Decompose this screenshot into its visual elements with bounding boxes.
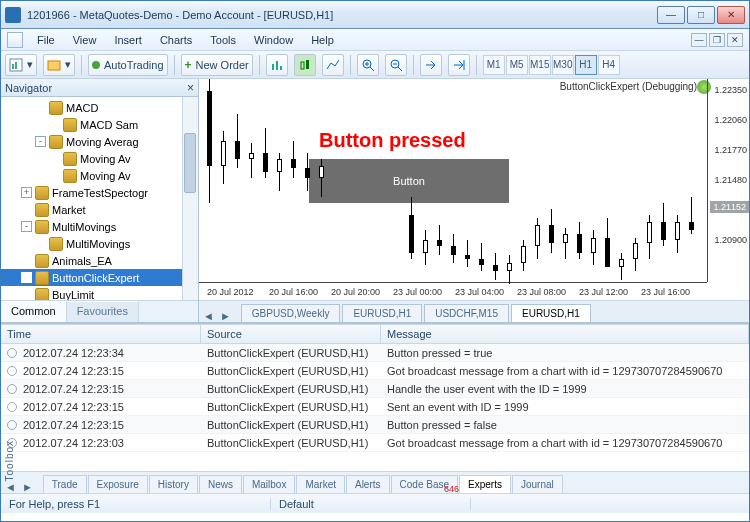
mdi-minimize-button[interactable]: —: [691, 33, 707, 47]
tree-item[interactable]: MultiMovings: [1, 235, 198, 252]
toolbar: ▾ ▾ AutoTrading New Order M1M5M15M30H1H4: [1, 51, 749, 79]
candle: [689, 79, 694, 265]
autotrading-button[interactable]: AutoTrading: [88, 54, 168, 76]
navigator-tab-favourites[interactable]: Favourites: [67, 301, 139, 322]
tree-item[interactable]: -Moving Averag: [1, 133, 198, 150]
toolbox-tab-journal[interactable]: Journal: [512, 475, 563, 493]
candle-chart-button[interactable]: [294, 54, 316, 76]
log-message: Sent an event with ID = 1999: [387, 401, 749, 413]
chart[interactable]: ButtonClickExpert (Debugging) 1.223501.2…: [199, 79, 749, 300]
chart-shift-button[interactable]: [448, 54, 470, 76]
tree-item-label: ButtonClickExpert: [52, 272, 139, 284]
auto-scroll-button[interactable]: [420, 54, 442, 76]
toolbox-tabs-prev-button[interactable]: ◄: [5, 481, 16, 493]
candle: [563, 79, 568, 265]
timeframe-h4[interactable]: H4: [598, 55, 620, 75]
log-row[interactable]: 2012.07.24 12:23:15ButtonClickExpert (EU…: [1, 398, 749, 416]
menu-insert[interactable]: Insert: [106, 32, 150, 48]
close-button[interactable]: ✕: [717, 6, 745, 24]
toolbox-tab-experts[interactable]: Experts: [459, 475, 511, 493]
chart-tab[interactable]: EURUSD,H1: [342, 304, 422, 322]
zoom-in-button[interactable]: [357, 54, 379, 76]
menu-file[interactable]: File: [29, 32, 63, 48]
log-header-time[interactable]: Time: [1, 325, 201, 343]
log-header-message[interactable]: Message: [381, 325, 749, 343]
log-source: ButtonClickExpert (EURUSD,H1): [207, 365, 387, 377]
menu-help[interactable]: Help: [303, 32, 342, 48]
log-time: 2012.07.24 12:23:15: [23, 383, 207, 395]
chart-tabs-next-button[interactable]: ►: [220, 310, 231, 322]
toolbox-tab-trade[interactable]: Trade: [43, 475, 87, 493]
chart-tab[interactable]: USDCHF,M15: [424, 304, 509, 322]
menu-charts[interactable]: Charts: [152, 32, 200, 48]
ytick: 1.22060: [714, 115, 747, 125]
timeframe-m30[interactable]: M30: [552, 55, 574, 75]
navigator-scrollbar[interactable]: [182, 97, 198, 300]
mdi-restore-button[interactable]: ❐: [709, 33, 725, 47]
tree-item[interactable]: MACD: [1, 99, 198, 116]
log-status-icon: [7, 420, 17, 430]
profiles-button[interactable]: ▾: [43, 54, 75, 76]
navigator-close-button[interactable]: ×: [187, 81, 194, 95]
log-status-icon: [7, 402, 17, 412]
chart-yaxis: 1.223501.220601.217701.214801.211901.209…: [707, 79, 749, 282]
log-row[interactable]: 2012.07.24 12:23:15ButtonClickExpert (EU…: [1, 416, 749, 434]
log-time: 2012.07.24 12:23:15: [23, 365, 207, 377]
tree-item[interactable]: Market: [1, 201, 198, 218]
mdi-close-button[interactable]: ✕: [727, 33, 743, 47]
log-row[interactable]: 2012.07.24 12:23:34ButtonClickExpert (EU…: [1, 344, 749, 362]
tree-item[interactable]: ButtonClickExpert: [1, 269, 198, 286]
tree-item[interactable]: Animals_EA: [1, 252, 198, 269]
menu-view[interactable]: View: [65, 32, 105, 48]
maximize-button[interactable]: □: [687, 6, 715, 24]
log-time: 2012.07.24 12:23:34: [23, 347, 207, 359]
tree-item[interactable]: MACD Sam: [1, 116, 198, 133]
toolbox-tab-news[interactable]: News: [199, 475, 242, 493]
tree-item[interactable]: Moving Av: [1, 150, 198, 167]
tree-item-label: MACD Sam: [80, 119, 138, 131]
toolbox-tab-mailbox[interactable]: Mailbox: [243, 475, 295, 493]
toolbox-tab-alerts[interactable]: Alerts: [346, 475, 390, 493]
tree-item[interactable]: -MultiMovings: [1, 218, 198, 235]
chart-tabs-prev-button[interactable]: ◄: [203, 310, 214, 322]
log-message: Got broadcast message from a chart with …: [387, 365, 749, 377]
ytick: 1.22350: [714, 85, 747, 95]
ytick: 1.21480: [714, 175, 747, 185]
document-icon: [7, 32, 23, 48]
xtick: 23 Jul 00:00: [393, 287, 442, 297]
toolbox-tab-history[interactable]: History: [149, 475, 198, 493]
candle: [675, 79, 680, 265]
log-row[interactable]: 2012.07.24 12:23:15ButtonClickExpert (EU…: [1, 380, 749, 398]
timeframe-m15[interactable]: M15: [529, 55, 551, 75]
tree-item[interactable]: Moving Av: [1, 167, 198, 184]
log-time: 2012.07.24 12:23:03: [23, 437, 207, 449]
candle: [437, 79, 442, 265]
toolbox-tab-code-base[interactable]: Code Base646: [391, 475, 458, 493]
navigator-tree[interactable]: MACDMACD Sam-Moving AveragMoving AvMovin…: [1, 97, 198, 300]
bar-chart-button[interactable]: [266, 54, 288, 76]
toolbox-tab-exposure[interactable]: Exposure: [88, 475, 148, 493]
menu-window[interactable]: Window: [246, 32, 301, 48]
new-chart-button[interactable]: ▾: [5, 54, 37, 76]
timeframe-h1[interactable]: H1: [575, 55, 597, 75]
timeframe-m1[interactable]: M1: [483, 55, 505, 75]
log-header-source[interactable]: Source: [201, 325, 381, 343]
log-row[interactable]: 2012.07.24 12:23:03ButtonClickExpert (EU…: [1, 434, 749, 452]
new-order-button[interactable]: New Order: [181, 54, 253, 76]
log-table[interactable]: 2012.07.24 12:23:34ButtonClickExpert (EU…: [1, 344, 749, 471]
scrollbar-thumb[interactable]: [184, 133, 196, 193]
toolbox-tab-market[interactable]: Market: [296, 475, 345, 493]
zoom-out-button[interactable]: [385, 54, 407, 76]
chart-tab[interactable]: EURUSD,H1: [511, 304, 591, 322]
log-row[interactable]: 2012.07.24 12:23:15ButtonClickExpert (EU…: [1, 362, 749, 380]
timeframe-m5[interactable]: M5: [506, 55, 528, 75]
navigator-tab-common[interactable]: Common: [1, 301, 67, 322]
toolbox-tabs-next-button[interactable]: ►: [22, 481, 33, 493]
minimize-button[interactable]: —: [657, 6, 685, 24]
chart-tab[interactable]: GBPUSD,Weekly: [241, 304, 341, 322]
tree-item[interactable]: BuyLimit: [1, 286, 198, 300]
tree-item[interactable]: +FrameTestSpectogr: [1, 184, 198, 201]
menu-tools[interactable]: Tools: [202, 32, 244, 48]
line-chart-button[interactable]: [322, 54, 344, 76]
svg-rect-5: [276, 61, 278, 70]
